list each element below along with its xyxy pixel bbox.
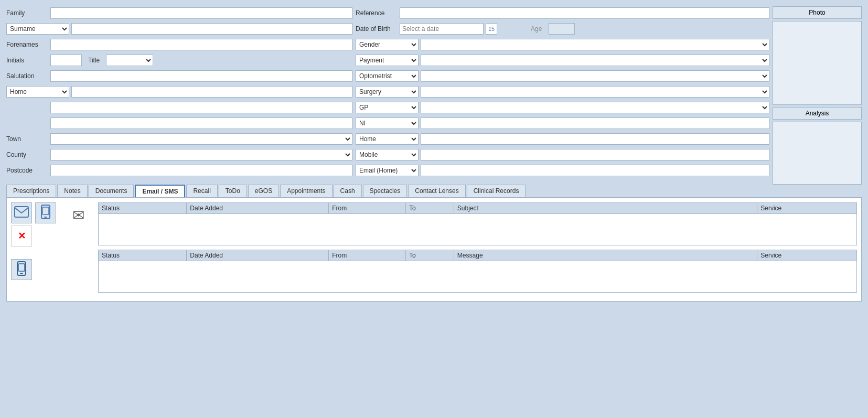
delete-button[interactable]: ✕ xyxy=(11,226,32,246)
forenames-input-wrap xyxy=(50,39,352,50)
tab-email-sms[interactable]: Email / SMS xyxy=(135,185,185,197)
email-actions-group xyxy=(11,202,56,223)
tab-prescriptions[interactable]: Prescriptions xyxy=(6,185,56,197)
analysis-button[interactable]: Analysis xyxy=(773,107,862,120)
dob-label: Date of Birth xyxy=(356,25,398,33)
surname-select[interactable]: Surname xyxy=(6,23,69,35)
family-input[interactable] xyxy=(50,7,352,19)
address1-input-wrap xyxy=(71,86,352,98)
svg-rect-7 xyxy=(18,264,25,271)
tab-notes[interactable]: Notes xyxy=(57,185,87,197)
gender-value-select[interactable]: Male Female xyxy=(421,39,769,50)
home-phone-input[interactable] xyxy=(421,133,769,145)
gender-select-label[interactable]: Gender xyxy=(356,39,419,50)
address2-row xyxy=(6,101,352,114)
tab-egos[interactable]: eGOS xyxy=(248,185,279,197)
gender-row: Gender Male Female xyxy=(356,38,769,51)
salutation-input-wrap xyxy=(50,70,352,82)
gp-value-select[interactable] xyxy=(421,102,769,113)
tab-todo[interactable]: ToDo xyxy=(219,185,247,197)
tab-cash[interactable]: Cash xyxy=(334,185,362,197)
surgery-select-label[interactable]: Surgery xyxy=(356,86,419,98)
family-row: Family xyxy=(6,6,352,20)
payment-value-wrap xyxy=(421,55,769,66)
new-sms-button[interactable] xyxy=(35,202,56,223)
tab-spectacles[interactable]: Spectacles xyxy=(363,185,408,197)
payment-select-label[interactable]: Payment xyxy=(356,55,419,66)
tables-area: Status Date Added From To Subject Servic… xyxy=(98,202,857,297)
salutation-input[interactable] xyxy=(50,70,352,82)
optometrist-value-wrap xyxy=(421,70,769,82)
mobile-value-wrap xyxy=(421,149,769,160)
initials-row: Initials Title xyxy=(6,53,352,67)
table-row xyxy=(99,214,857,245)
gp-select-label[interactable]: GP xyxy=(356,102,419,113)
sms-col-service: Service xyxy=(757,250,857,261)
tabs-bar: Prescriptions Notes Documents Email / SM… xyxy=(6,185,862,198)
town-input-wrap xyxy=(50,133,352,145)
top-section: Family Surname Forenames xyxy=(6,6,862,185)
dob-input[interactable] xyxy=(400,23,484,35)
ni-select-label[interactable]: NI xyxy=(356,117,419,129)
calendar-icon: 15 xyxy=(488,26,495,32)
surname-input[interactable] xyxy=(71,23,352,35)
surname-input-wrap xyxy=(71,23,352,35)
reference-input[interactable] xyxy=(400,7,769,19)
county-row: County xyxy=(6,148,352,162)
svg-rect-3 xyxy=(44,217,47,218)
mobile-select-label[interactable]: Mobile xyxy=(356,149,419,160)
payment-value-select[interactable] xyxy=(421,55,769,66)
address-type-select[interactable]: Home Work Other xyxy=(6,86,69,98)
tab-clinical-records[interactable]: Clinical Records xyxy=(467,185,526,197)
mobile-input[interactable] xyxy=(421,149,769,160)
email-input[interactable] xyxy=(421,165,769,176)
mobile-device-button[interactable] xyxy=(11,259,32,280)
county-input-wrap xyxy=(50,149,352,160)
email-col-service: Service xyxy=(757,203,857,214)
initials-input[interactable] xyxy=(50,55,82,66)
town-label: Town xyxy=(6,135,48,143)
county-select[interactable] xyxy=(50,149,352,160)
email-visual-area: ✉ xyxy=(62,202,94,297)
email-select-label[interactable]: Email (Home) xyxy=(356,165,419,176)
address1-input[interactable] xyxy=(71,86,352,98)
email-col-date-added: Date Added xyxy=(187,203,329,214)
right-column: Photo Analysis xyxy=(773,6,862,185)
new-email-button[interactable] xyxy=(11,202,32,223)
ni-value-wrap xyxy=(421,117,769,129)
address2-input[interactable] xyxy=(50,102,352,113)
age-label: Age xyxy=(531,25,546,33)
table-row xyxy=(99,261,857,293)
tab-recall[interactable]: Recall xyxy=(186,185,217,197)
gp-value-wrap xyxy=(421,102,769,113)
gp-row: GP xyxy=(356,101,769,114)
sms-col-date-added: Date Added xyxy=(187,250,329,261)
initials-label: Initials xyxy=(6,57,48,64)
age-input[interactable] xyxy=(549,23,575,35)
tab-appointments[interactable]: Appointments xyxy=(280,185,332,197)
surname-row: Surname xyxy=(6,22,352,36)
address3-input[interactable] xyxy=(50,117,352,129)
calendar-button[interactable]: 15 xyxy=(486,23,497,35)
tab-documents[interactable]: Documents xyxy=(89,185,134,197)
title-select[interactable] xyxy=(106,55,153,66)
ni-input[interactable] xyxy=(421,117,769,129)
home-address-row: Home Work Other xyxy=(6,85,352,99)
optometrist-select-label[interactable]: Optometrist xyxy=(356,70,419,82)
postcode-input[interactable] xyxy=(50,165,352,176)
home-phone-select-label[interactable]: Home xyxy=(356,133,419,145)
optometrist-value-select[interactable] xyxy=(421,70,769,82)
gender-value-wrap: Male Female xyxy=(421,39,769,50)
email-envelope-icon: ✉ xyxy=(72,207,84,224)
photo-button[interactable]: Photo xyxy=(773,6,862,19)
analysis-text-area xyxy=(773,122,862,185)
tab-contact-lenses[interactable]: Contact Lenses xyxy=(408,185,465,197)
optometrist-row: Optometrist xyxy=(356,69,769,83)
surgery-value-select[interactable] xyxy=(421,86,769,98)
surgery-value-wrap xyxy=(421,86,769,98)
forenames-input[interactable] xyxy=(50,39,352,50)
sms-empty-row xyxy=(99,261,857,293)
left-column: Family Surname Forenames xyxy=(6,6,352,185)
town-select[interactable] xyxy=(50,133,352,145)
action-buttons-column: ✕ xyxy=(11,202,58,297)
